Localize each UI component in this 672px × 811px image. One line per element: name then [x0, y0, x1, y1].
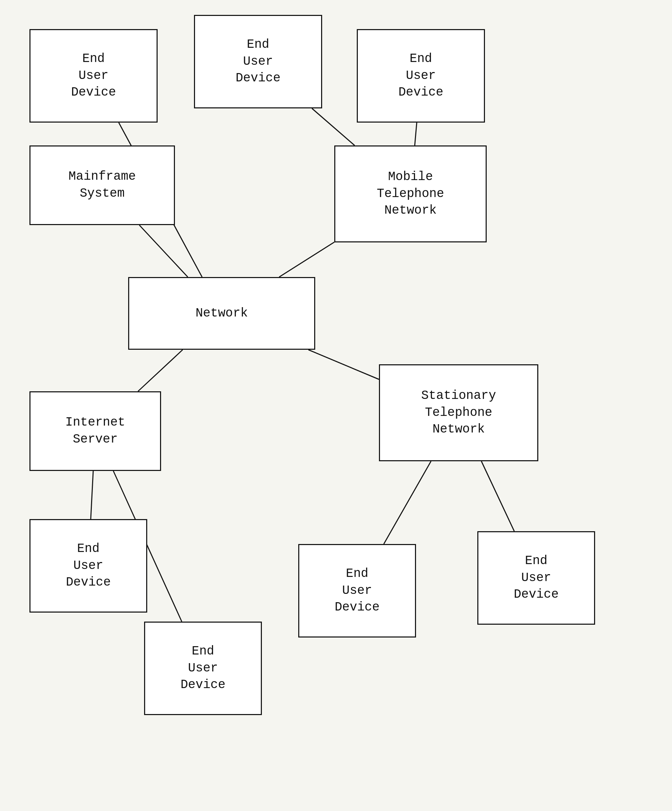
connection-eud2-mtn	[312, 109, 355, 146]
node-eud1: End User Device	[29, 29, 158, 122]
node-main: Mainframe System	[29, 146, 175, 225]
node-eud3: End User Device	[357, 29, 485, 122]
connection-main-net	[139, 225, 188, 277]
connection-eud3-mtn	[415, 122, 417, 146]
connection-isrv-eud4	[91, 471, 93, 519]
connection-stn-eud6	[482, 461, 514, 531]
connection-mtn-net	[279, 242, 334, 277]
node-mtn: Mobile Telephone Network	[334, 146, 487, 243]
connection-net-stn	[308, 350, 379, 379]
node-eud7: End User Device	[144, 622, 262, 715]
diagram: End User DeviceEnd User DeviceEnd User D…	[0, 0, 672, 811]
connection-stn-eud5	[384, 461, 431, 544]
node-eud5: End User Device	[298, 544, 416, 638]
node-eud6: End User Device	[477, 531, 595, 625]
connection-net-isrv	[138, 350, 183, 391]
node-eud4: End User Device	[29, 519, 147, 612]
node-eud2: End User Device	[194, 15, 322, 109]
node-net: Network	[128, 277, 315, 350]
node-stn: Stationary Telephone Network	[379, 364, 538, 461]
node-isrv: Internet Server	[29, 391, 161, 471]
